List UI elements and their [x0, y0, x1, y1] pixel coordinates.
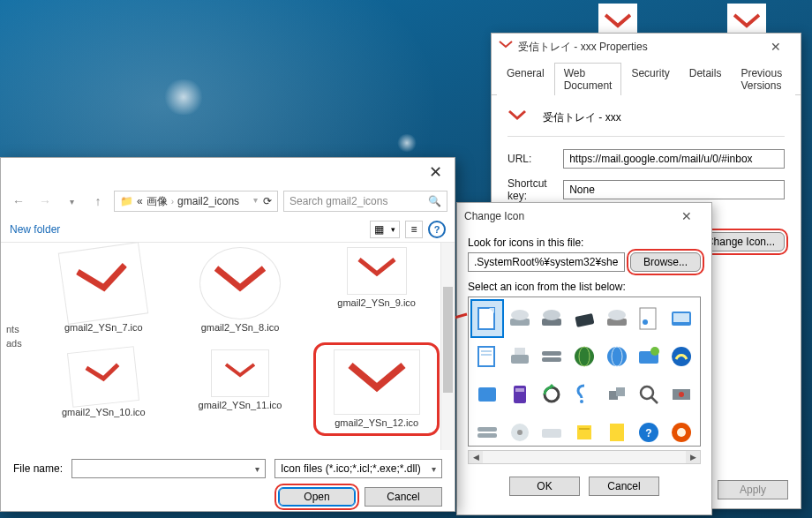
system-icon[interactable] [569, 301, 599, 336]
file-name: gmail2_YSn_10.ico [49, 407, 159, 417]
scrollbar-thumb[interactable] [443, 287, 453, 393]
system-icon[interactable] [505, 377, 535, 412]
tab-general[interactable]: General [497, 63, 554, 95]
nav-history-icon[interactable]: ▾ [61, 191, 82, 212]
file-type-filter[interactable]: Icon files (*.ico;*.icl;*.exe;*.dll) ▾ [274, 459, 442, 478]
system-icon[interactable] [537, 339, 567, 374]
scroll-track[interactable] [483, 451, 686, 463]
nav-forward-icon[interactable]: → [34, 191, 56, 212]
scroll-right-icon[interactable]: ▶ [686, 451, 700, 463]
refresh-icon[interactable]: ⟳ [263, 195, 272, 207]
crumb-folder[interactable]: gmail2_icons [177, 195, 239, 207]
system-icon[interactable] [505, 415, 535, 447]
nav-back-icon[interactable]: ← [8, 191, 29, 212]
help-icon[interactable]: ? [428, 221, 446, 238]
properties-title: 受信トレイ - xxx Properties [518, 40, 648, 55]
system-icon[interactable] [666, 301, 696, 336]
system-icon[interactable] [472, 339, 502, 374]
system-icon[interactable] [472, 415, 502, 447]
tab-security[interactable]: Security [621, 63, 679, 95]
view-list-button[interactable]: ≡ [405, 221, 423, 238]
tab-details[interactable]: Details [680, 63, 732, 95]
gmail-icon [214, 265, 266, 302]
system-icon[interactable] [602, 377, 632, 412]
icon-list-scrollbar[interactable]: ◀ ▶ [468, 450, 701, 464]
file-list-scrollbar[interactable] [440, 243, 455, 450]
svg-text:?: ? [646, 427, 652, 439]
shortcut-key-input[interactable] [563, 180, 785, 199]
system-icon[interactable] [569, 339, 599, 374]
chevron-down-icon[interactable]: ▾ [255, 464, 259, 474]
apply-button[interactable]: Apply [718, 480, 788, 499]
icon-list[interactable]: ? [468, 297, 701, 447]
svg-point-39 [641, 387, 653, 399]
chevron-down-icon[interactable]: ▾ [432, 464, 436, 474]
file-item[interactable]: gmail2_YSn_10.ico [49, 350, 159, 428]
system-icon[interactable] [505, 301, 535, 336]
system-icon[interactable] [602, 339, 632, 374]
change-icon-titlebar[interactable]: Change Icon ✕ [457, 203, 711, 229]
sidebar-item[interactable]: nts [1, 322, 40, 336]
select-icon-label: Select an icon from the list below: [468, 281, 701, 293]
gmail-icon [76, 261, 132, 305]
svg-rect-13 [640, 308, 656, 329]
system-icon[interactable] [666, 339, 696, 374]
system-icon[interactable] [635, 301, 665, 336]
file-name-input[interactable]: ▾ [71, 459, 266, 478]
file-item[interactable]: gmail2_YSn_11.ico [185, 350, 296, 428]
system-icon[interactable] [569, 415, 599, 447]
url-input[interactable] [563, 149, 785, 169]
close-button[interactable]: ✕ [758, 34, 793, 59]
svg-point-26 [607, 347, 627, 366]
tab-web-document[interactable]: Web Document [554, 63, 622, 95]
new-folder-button[interactable]: New folder [10, 223, 60, 236]
folder-icon: 📁 [120, 195, 133, 207]
view-icons-button[interactable]: ▦▾ [370, 221, 400, 238]
file-item[interactable]: gmail2_YSn_8.ico [185, 248, 296, 333]
open-button[interactable]: Open [278, 487, 356, 507]
properties-titlebar[interactable]: 受信トレイ - xxx Properties ✕ [492, 34, 801, 60]
cancel-button[interactable]: Cancel [589, 477, 659, 496]
system-icon[interactable] [569, 377, 599, 412]
svg-rect-16 [673, 313, 689, 322]
system-icon[interactable] [505, 339, 535, 374]
file-list[interactable]: gmail2_YSn_7.ico gmail2_YSn_8.ico gmail2… [40, 243, 440, 450]
system-icon[interactable]: ? [635, 415, 665, 447]
icon-path-input[interactable] [468, 252, 625, 272]
svg-point-46 [517, 430, 523, 435]
scroll-left-icon[interactable]: ◀ [469, 451, 483, 463]
chevron-down-icon[interactable]: ▾ [253, 195, 258, 207]
gmail-icon [85, 362, 123, 392]
close-button[interactable]: ✕ [669, 204, 704, 229]
file-item[interactable]: gmail2_YSn_9.ico [321, 248, 432, 333]
gmail-icon [357, 257, 396, 285]
breadcrumb[interactable]: 📁 « 画像 › gmail2_icons ▾ ⟳ [114, 191, 278, 212]
system-icon[interactable] [635, 339, 665, 374]
open-navbar: ← → ▾ ↑ 📁 « 画像 › gmail2_icons ▾ ⟳ Search… [1, 186, 455, 216]
system-icon[interactable] [472, 301, 502, 336]
ok-button[interactable]: OK [509, 477, 580, 496]
browse-button[interactable]: Browse... [630, 252, 701, 272]
svg-rect-33 [515, 388, 524, 392]
tab-previous-versions[interactable]: Previous Versions [731, 63, 795, 95]
nav-up-icon[interactable]: ↑ [87, 191, 109, 212]
system-icon[interactable] [666, 415, 696, 447]
svg-point-24 [575, 347, 594, 366]
system-icon[interactable] [635, 377, 665, 412]
file-item-selected[interactable]: gmail2_YSn_12.ico [321, 350, 432, 428]
crumb-images[interactable]: 画像 [147, 194, 168, 209]
system-icon[interactable] [602, 415, 632, 447]
system-icon[interactable] [666, 377, 696, 412]
system-icon[interactable] [472, 377, 502, 412]
close-button[interactable]: ✕ [416, 158, 455, 186]
system-icon[interactable] [537, 377, 567, 412]
window-icon [499, 40, 513, 54]
system-icon[interactable] [537, 301, 567, 336]
sidebar-item[interactable]: ads [1, 336, 40, 350]
cancel-button[interactable]: Cancel [365, 487, 442, 507]
system-icon[interactable] [602, 301, 632, 336]
search-input[interactable]: Search gmail2_icons 🔍 [283, 191, 447, 212]
file-item[interactable]: gmail2_YSn_7.ico [49, 248, 159, 333]
system-icon[interactable] [537, 415, 567, 447]
open-titlebar[interactable]: ✕ [1, 158, 455, 186]
